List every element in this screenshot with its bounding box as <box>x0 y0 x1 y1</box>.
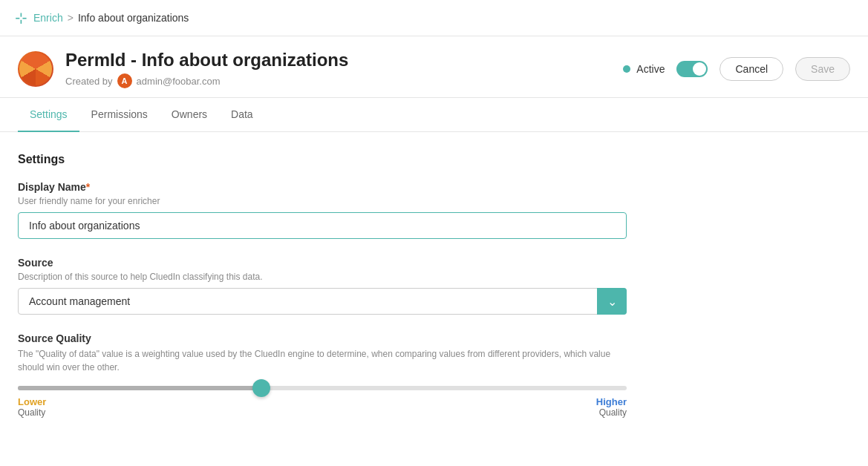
source-quality-label: Source Quality <box>18 332 650 344</box>
main-content: Settings Display Name* User friendly nam… <box>0 132 668 456</box>
cancel-button[interactable]: Cancel <box>719 57 783 81</box>
source-quality-section: Source Quality The "Quality of data" val… <box>18 332 650 418</box>
slider-track <box>18 386 627 390</box>
required-marker: * <box>86 181 90 193</box>
source-field: Source Description of this source to hel… <box>18 257 650 315</box>
source-quality-hint: The "Quality of data" value is a weighti… <box>18 347 627 374</box>
app-icon: ⊹ <box>15 9 27 27</box>
breadcrumb-parent[interactable]: Enrich <box>33 12 63 24</box>
active-toggle[interactable] <box>676 61 708 77</box>
avatar: A <box>117 73 132 88</box>
display-name-label: Display Name* <box>18 181 650 193</box>
slider-labels: Lower Quality Higher Quality <box>18 396 627 418</box>
source-hint: Description of this source to help Clued… <box>18 272 650 282</box>
header-logo <box>18 51 53 87</box>
active-status: Active <box>623 63 665 75</box>
higher-quality-label: Higher Quality <box>596 396 627 418</box>
top-nav: ⊹ Enrich > Info about organizations <box>0 0 868 36</box>
breadcrumb: Enrich > Info about organizations <box>33 12 189 24</box>
header-text: PermId - Info about organizations Create… <box>65 50 623 88</box>
active-label: Active <box>636 63 665 75</box>
tab-owners[interactable]: Owners <box>160 98 219 132</box>
admin-email: admin@foobar.com <box>137 76 221 87</box>
source-label: Source <box>18 257 650 269</box>
created-by-label: Created by <box>65 76 113 87</box>
source-select[interactable]: Account management Sales Marketing Finan… <box>18 288 627 315</box>
tabs-bar: Settings Permissions Owners Data <box>0 98 868 132</box>
header-subtitle: Created by A admin@foobar.com <box>65 73 623 88</box>
tab-data[interactable]: Data <box>219 98 265 132</box>
header-area: PermId - Info about organizations Create… <box>0 36 868 98</box>
slider-container <box>18 386 627 390</box>
settings-section-title: Settings <box>18 153 650 166</box>
display-name-field: Display Name* User friendly name for you… <box>18 181 650 239</box>
page-title: PermId - Info about organizations <box>65 50 623 70</box>
breadcrumb-separator: > <box>68 12 74 24</box>
display-name-hint: User friendly name for your enricher <box>18 196 650 206</box>
tab-permissions[interactable]: Permissions <box>79 98 160 132</box>
header-actions: Active Cancel Save <box>623 57 850 81</box>
active-dot-icon <box>623 65 630 73</box>
slider-thumb[interactable] <box>252 379 270 397</box>
save-button[interactable]: Save <box>795 57 850 81</box>
tab-settings[interactable]: Settings <box>18 98 79 132</box>
breadcrumb-current: Info about organizations <box>78 12 189 24</box>
slider-fill <box>18 386 261 390</box>
display-name-input[interactable] <box>18 212 627 239</box>
source-select-wrapper: Account management Sales Marketing Finan… <box>18 288 627 315</box>
lower-quality-label: Lower Quality <box>18 396 46 418</box>
toggle-knob <box>693 62 706 76</box>
